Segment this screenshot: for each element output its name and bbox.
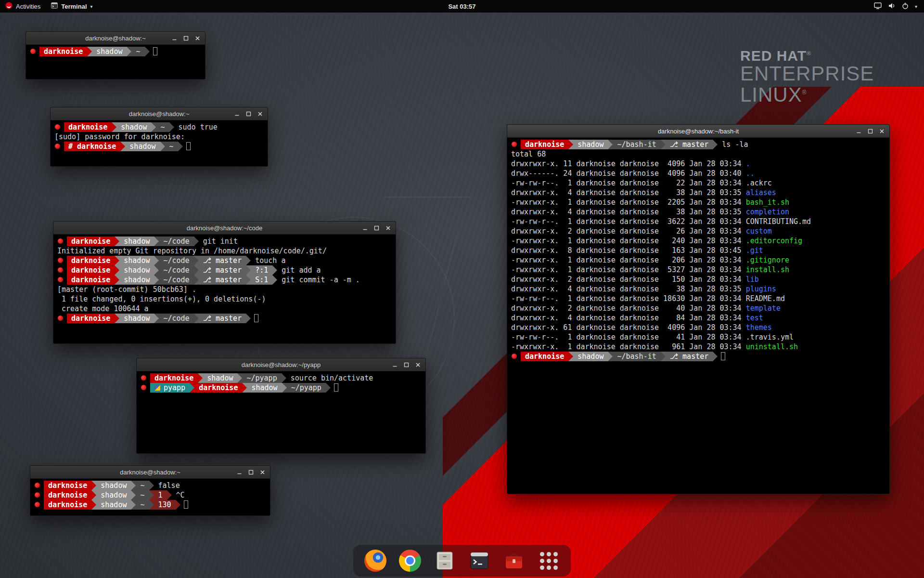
prompt-host-segment: shadow — [119, 256, 154, 265]
redhat-icon — [35, 492, 40, 498]
maximize-button[interactable] — [244, 109, 254, 119]
app-grid-icon[interactable] — [537, 549, 560, 572]
terminal-text: ls -la — [718, 140, 748, 149]
maximize-button[interactable] — [246, 467, 256, 477]
redhat-icon — [55, 124, 60, 130]
file-name: completion — [746, 208, 789, 216]
terminal-text: [sudo] password for darknoise: — [54, 132, 185, 141]
window-title: darknoise@shadow:~/bash-it — [658, 128, 739, 135]
powerline-separator — [661, 140, 666, 149]
powerline-separator — [194, 236, 199, 246]
minimize-button[interactable] — [234, 467, 244, 477]
terminal-line: Initialized empty Git repository in /hom… — [57, 246, 392, 256]
minimize-button[interactable] — [360, 223, 370, 233]
close-button[interactable] — [877, 126, 887, 136]
powerline-separator — [115, 256, 119, 265]
prompt-path-segment: ~ — [131, 47, 144, 56]
display-icon — [874, 2, 882, 11]
powerline-separator — [154, 256, 159, 265]
activities-button[interactable]: Activities — [0, 0, 46, 13]
desktop: { "top_bar": { "activities_label": "Acti… — [0, 0, 924, 578]
minimize-button[interactable] — [169, 33, 180, 43]
terminal-icon[interactable] — [468, 549, 491, 572]
terminal-cursor — [254, 314, 258, 322]
minimize-button[interactable] — [854, 126, 864, 136]
terminal-line: [master (root-commit) 50bcb63] . — [57, 285, 392, 294]
powerline-separator — [608, 140, 613, 149]
clock[interactable]: Sat 03:57 — [448, 3, 475, 10]
brand-red-hat: RED HAT — [740, 48, 807, 64]
redhat-icon — [141, 385, 146, 390]
powerline-separator — [127, 47, 131, 56]
close-button[interactable] — [413, 360, 423, 370]
close-button[interactable] — [383, 223, 393, 233]
powerline-separator — [154, 236, 159, 246]
minimize-button[interactable] — [390, 360, 400, 370]
file-entry: -rw-rw-r--. 1 darknoise darknoise 18630 … — [511, 294, 886, 303]
powerline-separator — [160, 142, 165, 151]
file-name: lib — [746, 275, 759, 284]
close-button[interactable] — [255, 109, 265, 119]
window-titlebar[interactable]: darknoise@shadow:~ — [51, 107, 268, 120]
maximize-button[interactable] — [181, 33, 191, 43]
file-attributes: drwx------. 24 darknoise darknoise 4096 … — [511, 169, 746, 178]
prompt-host-segment: shadow — [116, 122, 151, 132]
terminal-content[interactable]: darknoiseshadow~ — [26, 45, 205, 79]
toolbox-icon[interactable] — [502, 549, 526, 572]
chrome-icon[interactable] — [398, 549, 422, 572]
window-titlebar[interactable]: darknoise@shadow:~/code — [53, 222, 396, 235]
volume-icon — [888, 2, 896, 11]
terminal-content[interactable]: darknoiseshadow~/bash-it⎇ master ls -lat… — [507, 138, 889, 494]
terminal-text: source bin/activate — [286, 374, 373, 382]
prompt-host-segment: shadow — [119, 265, 154, 275]
terminal-text: ^C — [172, 491, 185, 499]
prompt-user-segment: darknoise — [194, 383, 242, 393]
prompt-user-segment: # darknoise — [64, 142, 120, 151]
file-attributes: -rwxrwxr-x. 1 darknoise darknoise 2205 J… — [511, 198, 746, 207]
registered-mark: ® — [802, 89, 807, 96]
files-icon[interactable] — [433, 549, 456, 572]
powerline-separator — [149, 490, 154, 500]
maximize-button[interactable] — [865, 126, 875, 136]
terminal-line: darknoiseshadow~ false — [34, 481, 266, 490]
redhat-icon — [58, 238, 63, 244]
app-menu-button[interactable]: Terminal ▾ — [46, 0, 98, 13]
dock — [353, 545, 571, 577]
file-name: README.md — [746, 294, 785, 303]
minimize-button[interactable] — [232, 109, 242, 119]
prompt-path-segment: ~/code — [159, 314, 193, 323]
maximize-button[interactable] — [401, 360, 411, 370]
firefox-icon[interactable] — [364, 549, 387, 572]
redhat-icon — [141, 375, 146, 381]
terminal-line: total 68 — [511, 149, 886, 159]
terminal-line: darknoiseshadow~1 ^C — [34, 490, 266, 500]
brand-enterprise: ENTERPRISE — [740, 63, 874, 84]
terminal-window: darknoise@shadow:~ darknoiseshadow~ — [26, 31, 205, 79]
file-entry: drwxrwxr-x. 4 darknoise darknoise 38 Jan… — [511, 188, 886, 197]
window-titlebar[interactable]: darknoise@shadow:~ — [26, 32, 205, 45]
window-title: darknoise@shadow:~ — [129, 110, 190, 118]
maximize-button[interactable] — [372, 223, 382, 233]
window-titlebar[interactable]: darknoise@shadow:~/pyapp — [137, 358, 425, 371]
powerline-separator — [246, 256, 251, 265]
terminal-content[interactable]: darknoiseshadow~ sudo true[sudo] passwor… — [51, 120, 268, 166]
terminal-content[interactable]: darknoiseshadow~/pyapp source bin/activa… — [137, 371, 425, 453]
terminal-text: total 68 — [511, 150, 546, 158]
powerline-separator — [713, 352, 718, 361]
window-title: darknoise@shadow:~/pyapp — [242, 361, 321, 368]
prompt-path-segment: ~/bash-it — [613, 140, 660, 149]
powerline-separator — [242, 383, 247, 393]
terminal-window: darknoise@shadow:~/bash-it darknoiseshad… — [507, 124, 890, 494]
close-button[interactable] — [257, 467, 268, 477]
window-titlebar[interactable]: darknoise@shadow:~ — [30, 466, 270, 479]
terminal-line: pyappdarknoiseshadow~/pyapp — [141, 383, 422, 393]
window-titlebar[interactable]: darknoise@shadow:~/bash-it — [507, 125, 889, 138]
system-status-area[interactable]: ▾ — [867, 0, 924, 13]
powerline-separator — [91, 490, 96, 500]
terminal-line: darknoiseshadow~/bash-it⎇ master — [511, 352, 886, 361]
terminal-content[interactable]: darknoiseshadow~/code git initInitialize… — [53, 235, 396, 343]
prompt-user-segment: darknoise — [67, 265, 115, 275]
terminal-window: darknoise@shadow:~/code darknoiseshadow~… — [53, 221, 396, 344]
terminal-content[interactable]: darknoiseshadow~ falsedarknoiseshadow~1 … — [30, 479, 270, 515]
close-button[interactable] — [192, 33, 203, 43]
